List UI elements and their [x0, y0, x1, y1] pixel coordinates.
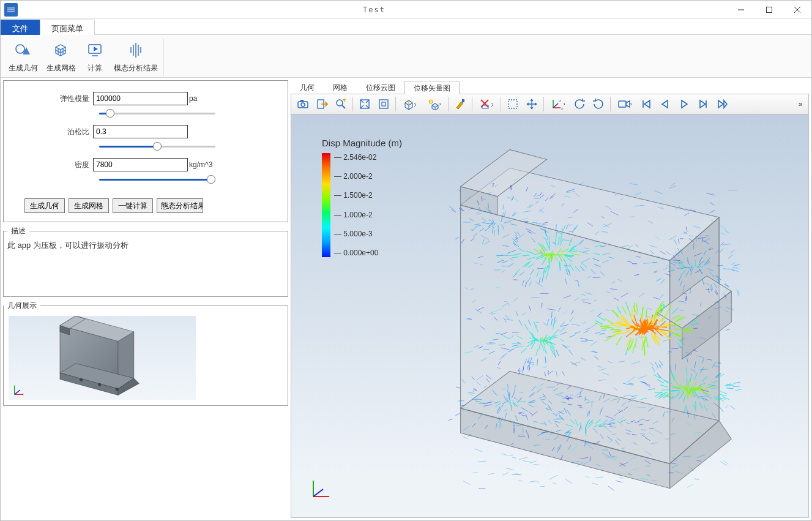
gen-geometry-button[interactable]: 生成几何 [24, 198, 65, 213]
svg-line-94 [560, 263, 561, 271]
svg-line-759 [693, 243, 694, 249]
one-click-compute-button[interactable]: 一键计算 [113, 198, 153, 213]
pan-icon[interactable] [523, 96, 541, 113]
last-frame-icon[interactable] [713, 96, 731, 113]
svg-line-1200 [687, 484, 693, 487]
maximize-button[interactable] [755, 1, 783, 19]
zoom-fit-icon[interactable] [332, 96, 350, 113]
tab-file[interactable]: 文件 [1, 20, 40, 35]
density-slider[interactable] [99, 178, 215, 181]
form-area: 弹性模量 pa 泊松比 密度 kg/m^3 生成几何 [3, 80, 288, 222]
density-unit: kg/m^3 [189, 160, 212, 169]
poisson-slider[interactable] [99, 145, 215, 148]
svg-point-25 [301, 103, 305, 107]
svg-point-2 [16, 45, 24, 53]
gen-mesh-button[interactable]: 生成网格 [69, 198, 109, 213]
svg-line-358 [635, 302, 635, 312]
svg-line-1199 [585, 476, 590, 478]
svg-line-469 [726, 388, 733, 389]
svg-line-939 [592, 483, 598, 485]
geometry-preview-fieldset: 几何展示 [3, 301, 288, 406]
elastic-modulus-unit: pa [189, 94, 197, 103]
window-title: Test [21, 6, 727, 14]
svg-line-1161 [635, 192, 641, 195]
svg-line-892 [725, 406, 728, 408]
svg-point-28 [337, 100, 343, 106]
svg-line-900 [463, 437, 468, 438]
ribbon-gen-geometry[interactable]: 生成几何 [4, 39, 42, 76]
tab-disp-vector[interactable]: 位移矢量图 [404, 81, 460, 94]
prev-frame-icon[interactable] [656, 96, 674, 113]
svg-line-786 [452, 209, 456, 212]
brush-icon[interactable] [451, 96, 469, 113]
select-box-icon[interactable] [504, 96, 522, 113]
svg-line-630 [455, 413, 460, 415]
poisson-label: 泊松比 [56, 127, 93, 137]
axis-toggle-icon[interactable] [475, 96, 498, 113]
svg-line-1012 [523, 461, 531, 462]
svg-line-220 [489, 343, 496, 343]
elastic-modulus-input[interactable] [93, 92, 188, 105]
svg-line-1190 [475, 449, 482, 452]
export-icon[interactable] [313, 96, 331, 113]
close-button[interactable] [783, 1, 811, 19]
svg-line-1022 [478, 461, 486, 462]
svg-line-1113 [596, 477, 603, 478]
svg-line-1156 [508, 455, 513, 456]
svg-line-151 [522, 255, 529, 256]
svg-line-500 [722, 397, 729, 400]
svg-line-1099 [695, 479, 699, 479]
tab-page-menu[interactable]: 页面菜单 [40, 20, 95, 35]
density-input[interactable] [93, 158, 188, 171]
svg-line-23 [15, 390, 20, 394]
svg-line-612 [456, 387, 460, 389]
tab-geometry[interactable]: 几何 [291, 80, 324, 94]
tab-disp-cloud[interactable]: 位移云图 [357, 80, 404, 94]
svg-rect-36 [508, 100, 517, 108]
svg-line-1213 [502, 473, 509, 475]
svg-line-121 [549, 261, 549, 269]
zoom-box-icon[interactable] [356, 96, 374, 113]
elastic-modulus-slider[interactable] [99, 112, 215, 114]
ribbon-compute[interactable]: 计算 [80, 39, 110, 76]
rotate-cw-icon[interactable] [589, 96, 608, 113]
play-icon[interactable] [675, 96, 693, 113]
svg-line-768 [721, 242, 724, 246]
video-icon[interactable] [613, 96, 636, 113]
light-icon[interactable] [422, 96, 445, 113]
svg-line-1193 [723, 244, 731, 245]
svg-line-738 [732, 268, 737, 268]
svg-line-1016 [549, 475, 557, 479]
first-frame-icon[interactable] [637, 96, 655, 113]
svg-point-33 [429, 100, 433, 103]
density-label: 密度 [56, 160, 93, 170]
tab-mesh[interactable]: 网格 [324, 80, 357, 94]
geometry-preview-canvas[interactable] [9, 316, 196, 400]
svg-line-701 [730, 250, 734, 253]
modal-results-button[interactable]: 態态分析结果 [157, 198, 203, 213]
ribbon-modal-results[interactable]: 模态分析结果 [110, 39, 162, 76]
zoom-reset-icon[interactable] [374, 96, 393, 113]
svg-line-788 [532, 222, 537, 223]
more-icon[interactable]: » [795, 96, 806, 113]
ribbon-compute-label: 计算 [88, 63, 102, 73]
axes-xyz-icon[interactable]: zx [546, 96, 570, 113]
ribbon-body: 生成几何 生成网格 计算 模态分析结果 [1, 35, 811, 78]
viewer-toolbar: zx » [291, 94, 809, 114]
ribbon-gen-mesh[interactable]: 生成网格 [42, 39, 80, 76]
camera-icon[interactable] [294, 96, 312, 113]
svg-line-1076 [537, 481, 540, 482]
svg-line-1178 [725, 230, 729, 233]
viewer-canvas[interactable]: Disp Magnitude (m) 2.546e-02 2.000e-2 1.… [291, 114, 809, 518]
description-text: 此 app 为压板，可以进行振动分析 [7, 240, 284, 293]
svg-line-1078 [553, 483, 556, 484]
svg-line-499 [735, 389, 742, 391]
next-frame-icon[interactable] [694, 96, 712, 113]
svg-line-1256 [709, 210, 715, 213]
svg-line-838 [449, 206, 453, 209]
poisson-input[interactable] [93, 125, 188, 138]
rotate-ccw-icon[interactable] [570, 96, 589, 113]
minimize-button[interactable] [727, 1, 755, 19]
view-cube-icon[interactable] [398, 96, 422, 113]
svg-rect-1 [767, 7, 772, 12]
